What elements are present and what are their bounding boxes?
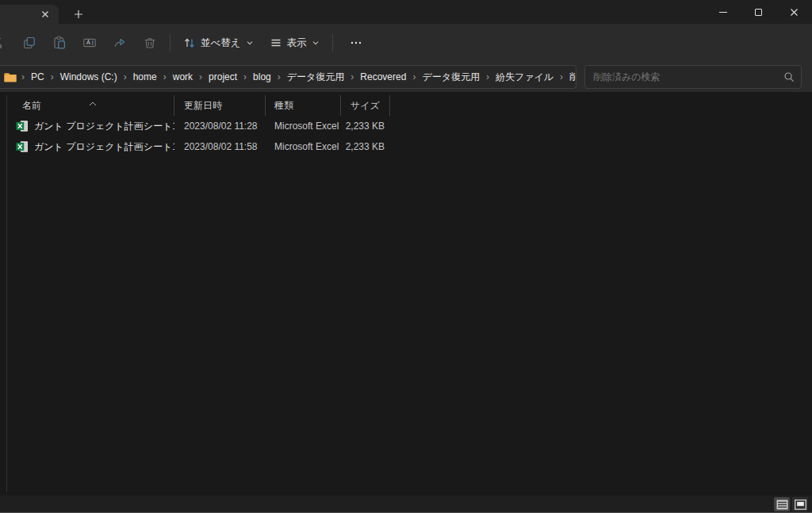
search-icon[interactable] [783, 71, 795, 82]
breadcrumb-item[interactable]: PC [29, 70, 46, 84]
rename-button[interactable] [75, 29, 105, 57]
breadcrumb-separator: › [412, 71, 416, 82]
explorer-tab[interactable] [0, 5, 59, 24]
breadcrumb-item[interactable]: Recovered [358, 70, 408, 84]
file-type: Microsoft Excel ワ... [266, 120, 341, 133]
trash-icon [143, 36, 157, 50]
paste-icon [52, 36, 67, 50]
excel-file-icon [16, 120, 29, 132]
breadcrumb-separator: › [278, 71, 281, 82]
file-modified: 2023/08/02 11:58 [174, 141, 266, 152]
column-header-size[interactable]: サイズ [341, 95, 390, 116]
file-row[interactable]: ガント プロジェクト計画シート1_Repair.xlsx 2023/08/02 … [8, 136, 812, 157]
title-bar [0, 0, 812, 24]
column-header-name-label: 名前 [22, 100, 41, 111]
column-header-modified[interactable]: 更新日時 [174, 95, 266, 116]
breadcrumb-separator: › [243, 71, 247, 82]
column-headers: 名前 更新日時 種類 サイズ [8, 95, 812, 116]
breadcrumb-separator: › [350, 71, 354, 82]
close-icon [41, 10, 49, 18]
column-header-type[interactable]: 種類 [266, 95, 341, 116]
search-box [584, 65, 802, 89]
breadcrumb-separator: › [199, 71, 202, 82]
file-explorer-window: 並べ替え 表示 ›PC ›Windows (C:) ›home ›work ›p… [0, 0, 812, 513]
breadcrumb-item[interactable]: Windows (C:) [59, 70, 119, 84]
file-size: 2,233 KB [341, 121, 390, 132]
paste-button[interactable] [44, 29, 75, 57]
breadcrumb-item[interactable]: データ復元用 [285, 69, 347, 86]
search-input[interactable] [593, 71, 783, 82]
details-view-icon [776, 500, 788, 510]
share-button[interactable] [105, 29, 135, 57]
thumbnail-view-button[interactable] [792, 497, 808, 511]
minimize-button[interactable] [705, 0, 741, 24]
cut-button[interactable] [0, 29, 14, 57]
scissors-icon [0, 36, 4, 50]
view-lines-icon [270, 36, 282, 49]
file-rows: ガント プロジェクト計画シート1.xlsx 2023/08/02 11:28 M… [0, 116, 812, 157]
window-controls [705, 0, 812, 24]
file-name: ガント プロジェクト計画シート1.xlsx [34, 120, 174, 133]
toolbar-divider [170, 34, 170, 52]
tab-close-button[interactable] [38, 7, 52, 21]
breadcrumb-separator: › [21, 71, 25, 82]
ellipsis-icon [349, 36, 363, 50]
more-button[interactable] [341, 29, 371, 57]
view-button-label: 表示 [287, 36, 307, 50]
sort-ascending-icon [89, 93, 97, 113]
breadcrumb-item[interactable]: データ復元用 [420, 69, 481, 86]
close-icon [790, 8, 799, 17]
breadcrumb-separator: › [124, 71, 127, 82]
copy-icon [22, 36, 36, 50]
folder-icon [4, 72, 17, 82]
breadcrumb-item[interactable]: 紛失ファイル [494, 69, 555, 86]
column-header-name[interactable]: 名前 [8, 95, 174, 116]
details-view-button[interactable] [774, 497, 790, 511]
pane-divider[interactable] [6, 95, 7, 492]
file-modified: 2023/08/02 11:28 [174, 121, 266, 132]
copy-button[interactable] [14, 29, 44, 57]
breadcrumb-separator: › [560, 71, 563, 82]
breadcrumb-item[interactable]: home [132, 70, 159, 84]
close-button[interactable] [776, 0, 812, 24]
view-toggles [774, 497, 808, 511]
file-type: Microsoft Excel ワ... [266, 140, 341, 154]
maximize-icon [755, 9, 762, 16]
address-bar[interactable]: ›PC ›Windows (C:) ›home ›work ›project ›… [0, 65, 576, 89]
excel-file-icon [16, 140, 29, 153]
breadcrumb-item[interactable]: 削除済み [568, 69, 576, 86]
delete-button[interactable] [135, 29, 165, 57]
chevron-down-icon [312, 39, 320, 47]
chevron-down-icon [246, 39, 254, 47]
breadcrumb-separator: › [486, 71, 489, 82]
breadcrumb-item[interactable]: work [171, 70, 194, 84]
plus-icon [74, 10, 83, 19]
minimize-icon [719, 12, 727, 13]
view-button[interactable]: 表示 [262, 29, 327, 57]
breadcrumb: ›PC ›Windows (C:) ›home ›work ›project ›… [17, 69, 576, 86]
breadcrumb-separator: › [163, 71, 167, 82]
new-tab-button[interactable] [68, 5, 89, 24]
file-row[interactable]: ガント プロジェクト計画シート1.xlsx 2023/08/02 11:28 M… [8, 116, 812, 136]
command-bar: 並べ替え 表示 [0, 24, 812, 62]
sort-button[interactable]: 並べ替え [175, 29, 262, 57]
thumbnail-view-icon [795, 500, 806, 510]
share-icon [113, 36, 127, 50]
breadcrumb-item[interactable]: blog [251, 70, 273, 84]
address-row: ›PC ›Windows (C:) ›home ›work ›project ›… [0, 62, 812, 92]
file-list-area: 名前 更新日時 種類 サイズ ガント プロジェクト計画シート1.xlsx 202… [0, 92, 812, 496]
breadcrumb-item[interactable]: project [207, 70, 239, 84]
rename-icon [82, 36, 97, 50]
status-bar [0, 496, 812, 513]
file-name: ガント プロジェクト計画シート1_Repair.xlsx [34, 140, 174, 154]
file-size: 2,233 KB [341, 141, 390, 152]
toolbar-divider [332, 34, 333, 52]
breadcrumb-separator: › [51, 71, 54, 82]
sort-button-label: 並べ替え [201, 36, 241, 50]
sort-arrows-icon [183, 36, 196, 49]
maximize-button[interactable] [741, 0, 776, 24]
